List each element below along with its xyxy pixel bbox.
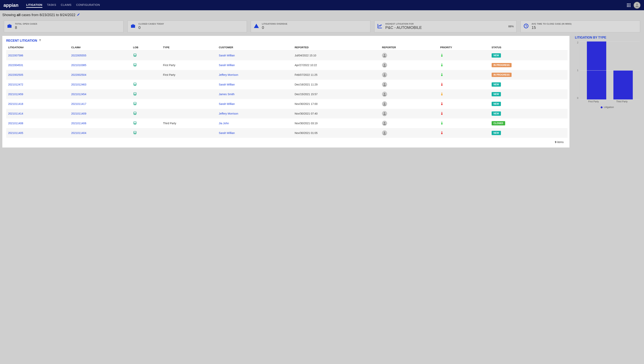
customer-link[interactable]: Sarah Willian bbox=[219, 131, 235, 135]
customer-link[interactable]: Jeffery Morrison bbox=[219, 73, 238, 76]
litigation-link[interactable]: 2021011414 bbox=[8, 112, 23, 115]
reported-cell: Jul/04/2022 15:10 bbox=[293, 51, 380, 61]
claim-link[interactable]: 2021011406 bbox=[71, 122, 86, 125]
svg-point-38 bbox=[384, 112, 385, 114]
chart-icon bbox=[377, 23, 382, 29]
type-cell bbox=[161, 51, 217, 61]
y-tick: 2 bbox=[577, 41, 578, 44]
claim-link[interactable]: 2021011404 bbox=[71, 131, 86, 135]
reported-cell: Nov/30/2021 03:19 bbox=[293, 118, 380, 128]
type-cell bbox=[161, 99, 217, 109]
table-header-row: LITIGATION#CLAIM#LOBTYPECUSTOMERREPORTED… bbox=[6, 44, 568, 51]
chart-plot bbox=[580, 41, 640, 99]
status-badge: CLOSED bbox=[492, 121, 505, 125]
customer-link[interactable]: James Smith bbox=[219, 93, 234, 96]
svg-point-50 bbox=[384, 132, 385, 133]
claim-link[interactable]: 2021012463 bbox=[71, 83, 86, 86]
kpi-value: 0 bbox=[262, 25, 368, 30]
svg-point-6 bbox=[384, 54, 385, 56]
warning-icon bbox=[254, 23, 259, 29]
reporter-avatar-icon bbox=[382, 92, 387, 97]
claim-link[interactable]: 2022002504 bbox=[71, 73, 86, 76]
svg-point-32 bbox=[384, 103, 385, 104]
litigation-link[interactable]: 2021011408 bbox=[8, 122, 23, 125]
claim-link[interactable]: 2021010385 bbox=[71, 64, 86, 67]
svg-point-44 bbox=[384, 122, 385, 123]
litigation-link[interactable]: 2021011418 bbox=[8, 102, 23, 105]
subheader-bold: all bbox=[17, 13, 20, 17]
claim-link[interactable]: 2021012454 bbox=[71, 93, 86, 96]
svg-point-43 bbox=[135, 124, 136, 124]
thermometer-icon bbox=[440, 73, 444, 77]
litigation-link[interactable]: 2022004531 bbox=[8, 64, 23, 67]
subheader-rest: cases from 8/23/2021 to 8/24/2022 bbox=[20, 13, 75, 17]
svg-point-30 bbox=[134, 105, 134, 105]
table-row: 20220025052022002504First PartyJeffery M… bbox=[6, 70, 568, 80]
customer-link[interactable]: Sarah Willian bbox=[219, 83, 235, 86]
customer-link[interactable]: Sarah Willian bbox=[219, 102, 235, 105]
svg-point-12 bbox=[384, 64, 385, 65]
column-header[interactable]: PRIORITY bbox=[438, 44, 490, 51]
nav-item-tasks[interactable]: TASKS bbox=[47, 3, 56, 8]
litigation-link[interactable]: 2022007586 bbox=[8, 54, 23, 57]
column-header[interactable]: REPORTER bbox=[380, 44, 438, 51]
column-header[interactable]: TYPE bbox=[161, 44, 217, 51]
column-header[interactable]: CLAIM# bbox=[69, 44, 131, 51]
customer-link[interactable]: Jeffery Morrison bbox=[219, 112, 238, 115]
subheader-prefix: Showing bbox=[2, 13, 17, 17]
apps-icon[interactable] bbox=[627, 4, 630, 7]
svg-point-42 bbox=[134, 124, 134, 124]
panel-title-text: RECENT LITIGATION bbox=[6, 39, 37, 43]
svg-point-21 bbox=[442, 85, 442, 85]
claim-link[interactable]: 2021011409 bbox=[71, 112, 86, 115]
litigation-link[interactable]: 2021012459 bbox=[8, 93, 23, 96]
customer-link[interactable]: Sarah Willian bbox=[219, 64, 235, 67]
grid-line bbox=[580, 70, 640, 71]
type-cell: First Party bbox=[161, 60, 217, 70]
table-row: 20210124722021012463Sarah WillianDec/16/… bbox=[6, 80, 568, 89]
chart-area: 210 bbox=[575, 41, 640, 99]
claim-link[interactable]: 2022005555 bbox=[71, 54, 86, 57]
litigation-link[interactable]: 2021011405 bbox=[8, 131, 23, 135]
thermometer-icon bbox=[440, 131, 444, 136]
reporter-avatar-icon bbox=[382, 63, 387, 68]
y-tick: 1 bbox=[577, 69, 578, 72]
column-header[interactable]: LOB bbox=[131, 44, 161, 51]
bar-third-party[interactable] bbox=[614, 70, 633, 99]
nav-item-claims[interactable]: CLAIMS bbox=[61, 3, 72, 8]
y-tick: 0 bbox=[577, 97, 578, 99]
reported-cell: Apr/27/2022 10:22 bbox=[293, 60, 380, 70]
grid-line bbox=[580, 99, 640, 100]
type-cell bbox=[161, 80, 217, 89]
thermometer-icon bbox=[440, 111, 444, 116]
kpi-card-1: CLOSED CASES TODAY0 bbox=[128, 21, 247, 32]
nav-item-litigation[interactable]: LITIGATION bbox=[26, 3, 42, 8]
status-badge: NEW bbox=[492, 82, 501, 87]
column-header[interactable]: LITIGATION# bbox=[6, 44, 69, 51]
user-avatar[interactable] bbox=[634, 2, 640, 9]
column-header[interactable]: CUSTOMER bbox=[217, 44, 293, 51]
status-badge: NEW bbox=[492, 111, 501, 116]
clock-icon bbox=[523, 23, 529, 29]
reporter-avatar-icon bbox=[382, 101, 387, 106]
svg-point-19 bbox=[135, 85, 136, 86]
table-row: 20210124592021012454James SmithDec/15/20… bbox=[6, 89, 568, 99]
column-header[interactable]: REPORTED bbox=[293, 44, 380, 51]
main-area: RECENT LITIGATION LITIGATION#CLAIM#LOBTY… bbox=[0, 36, 644, 151]
customer-link[interactable]: Sarah Willian bbox=[219, 54, 235, 57]
edit-date-range-icon[interactable] bbox=[77, 13, 80, 17]
claim-link[interactable]: 2021011417 bbox=[71, 102, 86, 105]
customer-link[interactable]: Jia John bbox=[219, 122, 229, 125]
svg-rect-16 bbox=[134, 83, 136, 85]
litigation-link[interactable]: 2021012472 bbox=[8, 83, 23, 86]
column-header[interactable]: STATUS bbox=[490, 44, 568, 51]
filter-icon[interactable] bbox=[39, 39, 42, 43]
bus-icon bbox=[133, 103, 137, 106]
svg-point-13 bbox=[442, 65, 442, 66]
nav-item-configuration[interactable]: CONFIGURATION bbox=[76, 3, 100, 8]
status-badge: IN PROGRESS bbox=[492, 63, 512, 67]
litigation-by-type-panel: LITIGATION BY TYPE 210 First PartyThird … bbox=[573, 36, 642, 109]
status-badge: IN PROGRESS bbox=[492, 73, 512, 77]
litigation-link[interactable]: 2022002505 bbox=[8, 73, 23, 76]
status-badge: NEW bbox=[492, 92, 501, 96]
